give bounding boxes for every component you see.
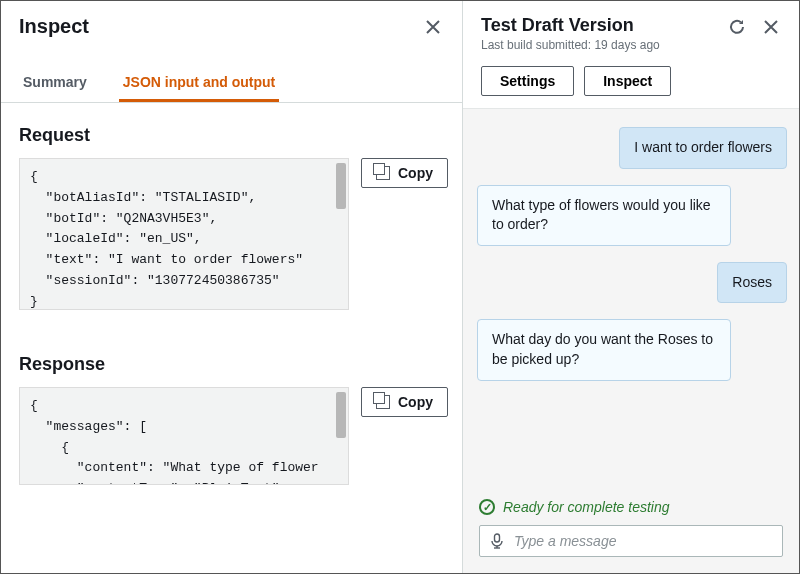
refresh-button[interactable] <box>727 17 747 37</box>
response-heading: Response <box>19 354 448 375</box>
response-code-block: { "messages": [ { "content": "What type … <box>19 387 349 485</box>
tab-json-io[interactable]: JSON input and output <box>119 64 279 102</box>
inspect-title: Inspect <box>19 15 89 38</box>
refresh-icon <box>728 18 746 36</box>
test-title: Test Draft Version <box>481 15 727 36</box>
request-heading: Request <box>19 125 448 146</box>
response-code[interactable]: { "messages": [ { "content": "What type … <box>20 388 348 484</box>
chat-scroll[interactable]: I want to order flowers What type of flo… <box>463 109 799 491</box>
chat-message-user: Roses <box>717 262 787 304</box>
inspect-tabs: Summary JSON input and output <box>1 64 462 103</box>
status-ok-icon: ✓ <box>479 499 495 515</box>
chat-area: I want to order flowers What type of flo… <box>463 109 799 491</box>
inspect-body: Request { "botAliasId": "TSTALIASID", "b… <box>1 103 462 573</box>
request-code[interactable]: { "botAliasId": "TSTALIASID", "botId": "… <box>20 159 348 309</box>
mic-icon[interactable] <box>490 533 504 549</box>
settings-button[interactable]: Settings <box>481 66 574 96</box>
code-scrollbar[interactable] <box>336 392 346 438</box>
copy-icon <box>376 166 390 180</box>
test-subtitle: Last build submitted: 19 days ago <box>481 38 727 52</box>
status-text: Ready for complete testing <box>503 499 670 515</box>
response-section: { "messages": [ { "content": "What type … <box>19 387 448 485</box>
inspect-scroll[interactable]: Request { "botAliasId": "TSTALIASID", "b… <box>1 103 462 573</box>
request-code-block: { "botAliasId": "TSTALIASID", "botId": "… <box>19 158 349 310</box>
test-close-button[interactable] <box>761 17 781 37</box>
tab-summary[interactable]: Summary <box>19 64 91 102</box>
status-bar: ✓ Ready for complete testing <box>463 491 799 521</box>
request-section: { "botAliasId": "TSTALIASID", "botId": "… <box>19 158 448 310</box>
code-scrollbar[interactable] <box>336 163 346 209</box>
inspect-panel: Inspect Summary JSON input and output Re… <box>1 1 463 573</box>
inspect-button[interactable]: Inspect <box>584 66 671 96</box>
inspect-header: Inspect <box>1 1 462 48</box>
close-icon <box>426 20 440 34</box>
copy-label: Copy <box>398 394 433 410</box>
copy-response-button[interactable]: Copy <box>361 387 448 417</box>
svg-rect-0 <box>495 534 500 542</box>
copy-request-button[interactable]: Copy <box>361 158 448 188</box>
copy-icon <box>376 395 390 409</box>
message-input-row <box>463 521 799 573</box>
inspect-close-button[interactable] <box>422 16 444 38</box>
close-icon <box>764 20 778 34</box>
test-buttons: Settings Inspect <box>463 56 799 109</box>
message-input-wrap[interactable] <box>479 525 783 557</box>
chat-message-user: I want to order flowers <box>619 127 787 169</box>
message-input[interactable] <box>514 533 772 549</box>
test-header: Test Draft Version Last build submitted:… <box>463 1 799 56</box>
chat-message-bot: What day do you want the Roses to be pic… <box>477 319 731 380</box>
test-panel: Test Draft Version Last build submitted:… <box>463 1 799 573</box>
copy-label: Copy <box>398 165 433 181</box>
chat-message-bot: What type of flowers would you like to o… <box>477 185 731 246</box>
